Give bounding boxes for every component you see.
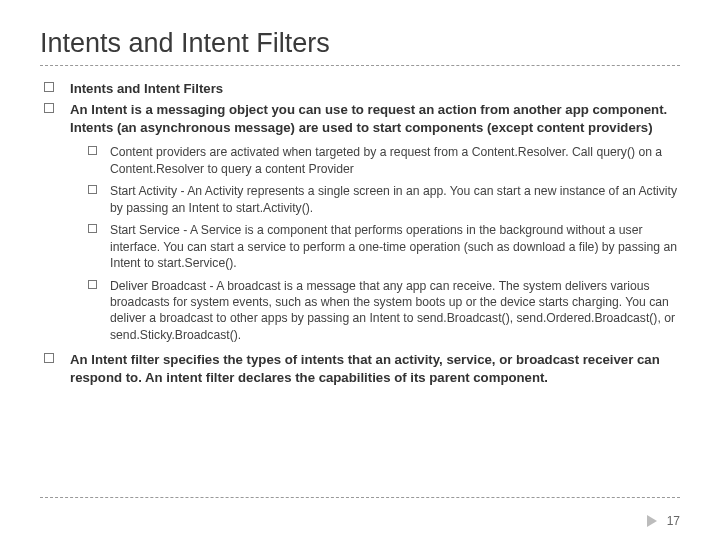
bullet-3: An Intent filter specifies the types of … bbox=[44, 351, 680, 386]
bullet-2: An Intent is a messaging object you can … bbox=[44, 101, 680, 343]
footer: 17 bbox=[647, 514, 680, 528]
bullet-1: Intents and Intent Filters bbox=[44, 80, 680, 97]
bullet-2-bold: Intents bbox=[70, 120, 113, 135]
divider-bottom bbox=[40, 497, 680, 498]
slide: Intents and Intent Filters Intents and I… bbox=[0, 0, 720, 540]
inner-list: Content providers are activated when tar… bbox=[88, 144, 680, 343]
sub-3: Start Service - A Service is a component… bbox=[88, 222, 680, 271]
arrow-icon bbox=[647, 515, 657, 527]
sub-4: Deliver Broadcast - A broadcast is a mes… bbox=[88, 278, 680, 344]
divider-top bbox=[40, 65, 680, 66]
page-number: 17 bbox=[667, 514, 680, 528]
sub-1: Content providers are activated when tar… bbox=[88, 144, 680, 177]
sub-2: Start Activity - An Activity represents … bbox=[88, 183, 680, 216]
slide-title: Intents and Intent Filters bbox=[40, 28, 680, 59]
outer-list: Intents and Intent Filters An Intent is … bbox=[44, 80, 680, 386]
bullet-2-pre: An Intent is a messaging object you can … bbox=[70, 102, 667, 117]
bullet-2-post: (an asynchronous message) are used to st… bbox=[113, 120, 652, 135]
